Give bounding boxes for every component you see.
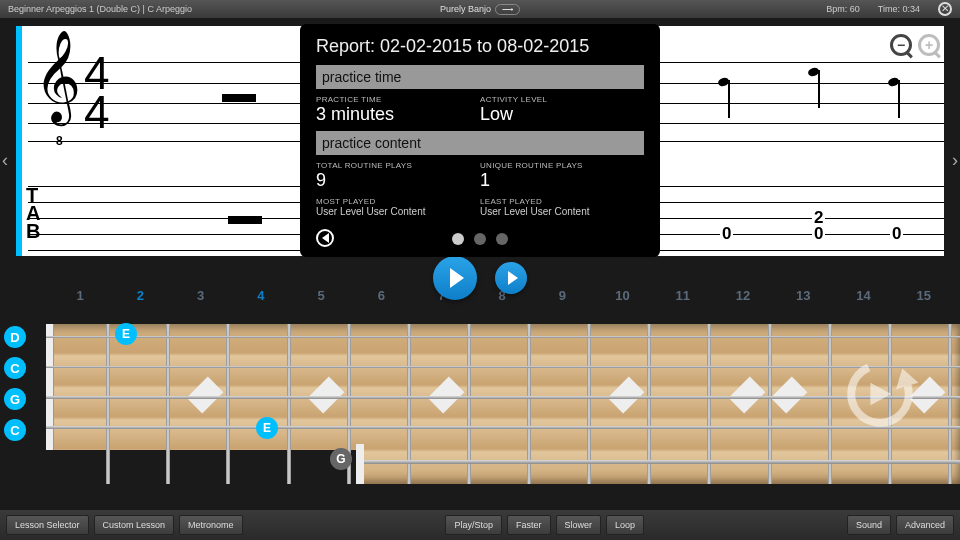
- fret-number-11: 11: [653, 288, 713, 308]
- tab-label: T A B: [26, 186, 40, 240]
- fret-3: [226, 324, 230, 484]
- fret-number-3: 3: [171, 288, 231, 308]
- unique-plays-label: UNIQUE ROUTINE PLAYS: [480, 161, 644, 170]
- finger-marker-E: E: [256, 417, 278, 439]
- string-label-C: C: [4, 419, 26, 441]
- nut-5th-string: [356, 444, 364, 484]
- play-controls: [433, 256, 527, 300]
- fret-number-5: 5: [291, 288, 351, 308]
- string-4: [46, 426, 960, 429]
- least-played-label: LEAST PLAYED: [480, 197, 644, 206]
- zoom-out-button[interactable]: −: [890, 34, 912, 56]
- page-dots: [334, 233, 626, 245]
- report-back-icon[interactable]: [316, 229, 334, 247]
- top-bar: Beginner Arpeggios 1 (Double C) | C Arpe…: [0, 0, 960, 18]
- finger-marker-E: E: [115, 323, 137, 345]
- treble-clef-icon: 𝄞: [34, 36, 81, 116]
- string-1: [46, 336, 960, 338]
- metronome-button[interactable]: Metronome: [179, 515, 243, 535]
- play-button[interactable]: [433, 256, 477, 300]
- most-played-label: MOST PLAYED: [316, 197, 480, 206]
- string-5: [364, 460, 960, 464]
- app-link-icon: ⟶: [495, 4, 520, 15]
- total-plays-value: 9: [316, 170, 480, 191]
- bottom-bar: Lesson Selector Custom Lesson Metronome …: [0, 510, 960, 540]
- dot-3[interactable]: [496, 233, 508, 245]
- fret-number-4: 4: [231, 288, 291, 308]
- neck-cutout: [46, 450, 356, 484]
- fret-marker-12: [728, 377, 765, 414]
- note-stem: [728, 80, 730, 118]
- bpm-label: Bpm: 60: [826, 4, 860, 14]
- note-stem: [898, 80, 900, 118]
- tab-rest: [228, 216, 262, 224]
- activity-level-value: Low: [480, 104, 644, 125]
- tab-number: 0: [812, 224, 825, 244]
- fret-number-1: 1: [50, 288, 110, 308]
- report-title: Report: 02-02-2015 to 08-02-2015: [316, 36, 644, 57]
- time-label: Time: 0:34: [878, 4, 920, 14]
- close-button[interactable]: ✕: [938, 2, 952, 16]
- practice-time-label: PRACTICE TIME: [316, 95, 480, 104]
- string-label-C: C: [4, 357, 26, 379]
- total-plays-label: TOTAL ROUTINE PLAYS: [316, 161, 480, 170]
- string-label-D: D: [4, 326, 26, 348]
- fret-4: [287, 324, 291, 484]
- tab-number: 0: [720, 224, 733, 244]
- fret-marker-3: [187, 377, 224, 414]
- note-stem: [818, 70, 820, 108]
- custom-lesson-button[interactable]: Custom Lesson: [94, 515, 175, 535]
- time-signature: 4 4: [84, 54, 110, 132]
- play-button-small[interactable]: [495, 262, 527, 294]
- fret-number-2: 2: [110, 288, 170, 308]
- faster-button[interactable]: Faster: [507, 515, 551, 535]
- report-popup: Report: 02-02-2015 to 08-02-2015 practic…: [300, 24, 660, 257]
- loop-button[interactable]: Loop: [606, 515, 644, 535]
- clef-octave: 8: [56, 134, 63, 148]
- fret-number-9: 9: [532, 288, 592, 308]
- zoom-in-button[interactable]: +: [918, 34, 940, 56]
- report-section-practice-content: practice content: [316, 131, 644, 155]
- svg-marker-2: [870, 383, 891, 405]
- open-string-labels: DCGC: [4, 326, 26, 441]
- fret-number-14: 14: [833, 288, 893, 308]
- replay-icon[interactable]: [840, 354, 920, 434]
- string-2: [46, 366, 960, 368]
- play-stop-button[interactable]: Play/Stop: [445, 515, 502, 535]
- fret-number-12: 12: [713, 288, 773, 308]
- fret-marker-12: [770, 377, 807, 414]
- dot-1[interactable]: [452, 233, 464, 245]
- topbar-right: Bpm: 60 Time: 0:34 ✕: [826, 2, 952, 16]
- practice-time-value: 3 minutes: [316, 104, 480, 125]
- report-section-practice-time: practice time: [316, 65, 644, 89]
- app-title: Purely Banjo ⟶: [440, 4, 520, 15]
- fretboard: DCGC EEG: [0, 310, 960, 496]
- whole-rest: [222, 94, 256, 102]
- next-page-button[interactable]: ›: [952, 150, 958, 171]
- lesson-selector-button[interactable]: Lesson Selector: [6, 515, 89, 535]
- finger-marker-G: G: [330, 448, 352, 470]
- fret-2: [166, 324, 170, 484]
- fret-number-10: 10: [592, 288, 652, 308]
- breadcrumb: Beginner Arpeggios 1 (Double C) | C Arpe…: [8, 4, 192, 14]
- fret-1: [106, 324, 110, 484]
- fret-number-15: 15: [894, 288, 954, 308]
- string-3: [46, 396, 960, 399]
- dot-2[interactable]: [474, 233, 486, 245]
- advanced-button[interactable]: Advanced: [896, 515, 954, 535]
- fret-number-13: 13: [773, 288, 833, 308]
- fret-number-6: 6: [351, 288, 411, 308]
- sound-button[interactable]: Sound: [847, 515, 891, 535]
- string-label-G: G: [4, 388, 26, 410]
- fret-marker-10: [608, 377, 645, 414]
- fret-marker-5: [307, 377, 344, 414]
- slower-button[interactable]: Slower: [556, 515, 602, 535]
- least-played-value: User Level User Content: [480, 206, 644, 217]
- tab-number: 0: [890, 224, 903, 244]
- activity-level-label: ACTIVITY LEVEL: [480, 95, 644, 104]
- most-played-value: User Level User Content: [316, 206, 480, 217]
- app-name: Purely Banjo: [440, 4, 491, 14]
- prev-page-button[interactable]: ‹: [2, 150, 8, 171]
- zoom-controls: − +: [890, 34, 940, 56]
- unique-plays-value: 1: [480, 170, 644, 191]
